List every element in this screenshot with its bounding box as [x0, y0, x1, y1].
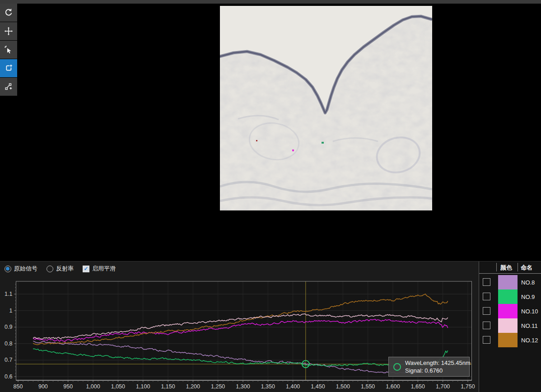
legend-row-name: NO.8 — [521, 279, 535, 286]
app-root: 原始信号 反射率 ✓ 启用平滑 8509009501,0001,0501,100… — [0, 0, 541, 392]
y-axis-tick-label: 0.6 — [5, 373, 12, 380]
checkbox-smoothing[interactable]: ✓ 启用平滑 — [83, 265, 116, 273]
x-axis-tick-label: 900 — [38, 383, 48, 390]
legend-rows: NO.8NO.9NO.10NO.11NO.12 — [479, 275, 541, 347]
checkbox-checked-icon: ✓ — [83, 266, 89, 272]
pick-point-icon — [4, 45, 13, 54]
legend-row-color-swatch[interactable] — [498, 275, 518, 289]
x-axis-tick-label: 1,550 — [361, 383, 375, 390]
radio-raw-signal[interactable]: 原始信号 — [5, 265, 37, 273]
legend-row-checkbox[interactable] — [483, 336, 490, 344]
legend-row: NO.8 — [479, 275, 541, 289]
x-axis-tick-label: 950 — [63, 383, 73, 390]
legend-row: NO.10 — [479, 304, 541, 318]
marker-circle-icon — [393, 363, 401, 371]
legend-row-checkbox[interactable] — [483, 278, 490, 286]
measurement-point-green[interactable] — [322, 142, 324, 144]
window-top-bar — [0, 0, 541, 4]
tooltip-wavelength: WaveLength: 1425.45nm — [405, 359, 471, 367]
add-region-icon — [4, 64, 13, 73]
x-axis-tick-label: 1,300 — [236, 383, 250, 390]
legend-row-checkbox[interactable] — [483, 322, 490, 329]
tooltip-signal: Signal: 0.6760 — [405, 367, 471, 374]
legend-row-color-swatch[interactable] — [498, 333, 518, 347]
legend-row-checkbox[interactable] — [483, 307, 490, 315]
measurement-point-red[interactable] — [256, 140, 257, 141]
y-axis-tick-label: 1.1 — [5, 291, 12, 297]
toolbar-button-pick-point[interactable] — [0, 41, 17, 59]
legend-row-color-swatch[interactable] — [498, 289, 518, 304]
legend-row: NO.9 — [479, 289, 541, 304]
signal-controls: 原始信号 反射率 ✓ 启用平滑 — [0, 261, 479, 276]
x-axis-tick-label: 1,250 — [211, 383, 225, 390]
x-axis-tick-label: 1,750 — [461, 383, 475, 390]
radio-selected-icon — [5, 266, 11, 272]
pan-move-icon — [4, 27, 13, 36]
toolbar-button-refresh-view[interactable] — [0, 4, 17, 22]
x-axis-tick-label: 1,100 — [136, 383, 150, 390]
x-axis-tick-label: 1,650 — [411, 383, 425, 390]
y-axis-tick-label: 1 — [9, 308, 13, 314]
x-axis-tick-label: 1,350 — [261, 383, 275, 390]
legend-panel: 颜色 命名 NO.8NO.9NO.10NO.11NO.12 — [479, 261, 541, 392]
x-axis-tick-label: 1,700 — [436, 383, 450, 390]
legend-header-color: 颜色 — [500, 264, 512, 272]
legend-row: NO.11 — [479, 318, 541, 333]
x-axis-tick-label: 850 — [14, 383, 23, 390]
radio-reflectance-label: 反射率 — [56, 265, 74, 273]
legend-header: 颜色 命名 — [479, 261, 541, 274]
chart-tooltip: WaveLength: 1425.45nm Signal: 0.6760 — [388, 357, 470, 377]
x-axis-tick-label: 1,400 — [286, 383, 300, 390]
tissue-image-svg — [220, 6, 432, 210]
toolbar-button-pan-move[interactable] — [0, 22, 17, 40]
legend-row-name: NO.10 — [521, 308, 538, 315]
legend-row-name: NO.9 — [521, 294, 535, 300]
legend-row-checkbox[interactable] — [483, 293, 490, 300]
radio-unselected-icon — [47, 266, 53, 272]
x-axis-tick-label: 1,600 — [386, 383, 400, 390]
x-axis-tick-label: 1,150 — [161, 383, 175, 390]
measurement-point-magenta[interactable] — [292, 149, 294, 151]
legend-header-separator — [496, 263, 497, 271]
toolbar-button-add-path-points[interactable] — [0, 78, 17, 96]
spectrum-panel: 原始信号 反射率 ✓ 启用平滑 8509009501,0001,0501,100… — [0, 261, 541, 392]
y-axis-tick-label: 0.7 — [5, 357, 12, 363]
x-axis-tick-label: 1,050 — [111, 383, 125, 390]
refresh-view-icon — [4, 8, 13, 17]
add-path-points-icon — [4, 82, 13, 91]
radio-reflectance[interactable]: 反射率 — [47, 265, 74, 273]
legend-row-name: NO.12 — [521, 337, 538, 344]
microscopy-image[interactable] — [220, 6, 432, 210]
x-axis-tick-label: 1,200 — [186, 383, 200, 390]
toolbar-button-add-region[interactable] — [0, 59, 17, 77]
legend-header-name: 命名 — [521, 264, 532, 272]
legend-row-name: NO.11 — [521, 322, 538, 329]
x-axis-tick-label: 1,500 — [336, 383, 350, 390]
legend-row: NO.12 — [479, 333, 541, 347]
checkbox-smoothing-label: 启用平滑 — [92, 265, 116, 273]
legend-row-color-swatch[interactable] — [498, 304, 518, 318]
legend-header-separator — [518, 263, 518, 271]
legend-row-color-swatch[interactable] — [498, 318, 518, 333]
radio-raw-signal-label: 原始信号 — [14, 265, 37, 273]
left-toolbar — [0, 4, 17, 96]
x-axis-tick-label: 1,450 — [311, 383, 325, 390]
x-axis-tick-label: 1,000 — [86, 383, 100, 390]
y-axis-tick-label: 0.9 — [5, 324, 12, 330]
y-axis-tick-label: 0.8 — [5, 341, 12, 347]
